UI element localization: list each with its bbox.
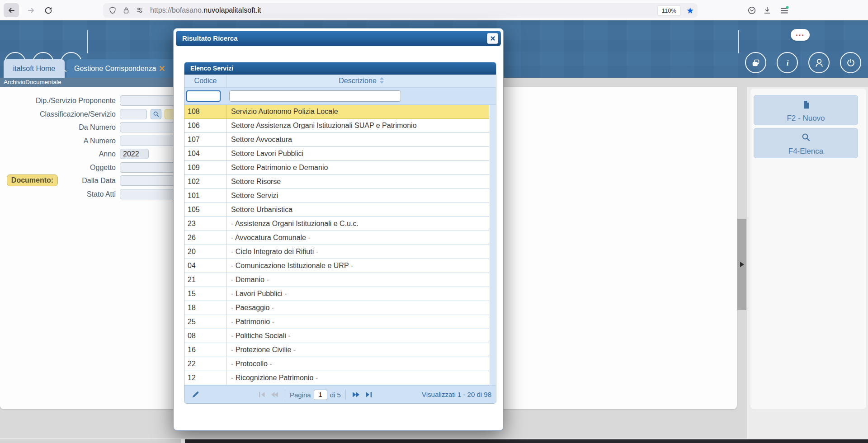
table-row[interactable]: 106 Settore Assistenza Organi Istituzion… <box>184 119 489 133</box>
browser-forward-button[interactable] <box>24 3 39 17</box>
classificazione-search-button[interactable] <box>151 109 161 119</box>
table-row[interactable]: 25 - Patrimonio - <box>184 315 489 329</box>
row-desc: Servizio Autonomo Polizia Locale <box>227 105 489 118</box>
table-row[interactable]: 22 - Protocollo - <box>184 357 489 371</box>
row-desc: Settore Servizi <box>227 189 489 203</box>
records-count-label: Visualizzati 1 - 20 di 98 <box>422 386 491 404</box>
column-header-descrizione[interactable]: Descrizione <box>227 75 496 87</box>
bookmark-star-icon[interactable]: ★ <box>686 6 694 15</box>
button-label: F2 - Nuovo <box>754 114 858 123</box>
row-desc: - Politiche Sociali - <box>227 329 489 343</box>
tab-gestione-corrispondenza[interactable]: Gestione Corrispondenza <box>66 59 179 78</box>
row-code: 101 <box>184 189 227 203</box>
tab-italsoft-home[interactable]: italsoft Home <box>4 59 65 78</box>
table-row[interactable]: 104 Settore Lavori Pubblici <box>184 147 489 161</box>
classificazione-input[interactable] <box>120 109 147 119</box>
browser-toolbar: https://bofasano.nuvolapalitalsoft.it 11… <box>0 0 868 20</box>
table-row[interactable]: 109 Settore Patrimonio e Demanio <box>184 161 489 175</box>
table-row[interactable]: 12 - Ricognizione Patrimonio - <box>184 371 489 385</box>
table-row[interactable]: 15 - Lavori Pubblici - <box>184 287 489 301</box>
table-row[interactable]: 101 Settore Servizi <box>184 189 489 203</box>
table-row[interactable]: 107 Settore Avvocatura <box>184 133 489 147</box>
table-row[interactable]: 105 Settore Urbanistica <box>184 203 489 217</box>
application-window: https://bofasano.nuvolapalitalsoft.it 11… <box>0 0 868 443</box>
info-button[interactable]: i <box>777 52 798 73</box>
prev-page-button[interactable] <box>270 391 278 398</box>
tab-label: Gestione Corrispondenza <box>74 65 156 73</box>
row-code: 16 <box>184 343 227 357</box>
table-row[interactable]: 21 - Demanio - <box>184 273 489 287</box>
filter-codice-input[interactable] <box>186 90 221 102</box>
row-code: 104 <box>184 147 227 160</box>
table-row[interactable]: 26 - Avvocatura Comunale - <box>184 231 489 245</box>
next-page-button[interactable] <box>352 391 360 398</box>
table-row[interactable]: 108 Servizio Autonomo Polizia Locale <box>184 105 489 119</box>
row-code: 105 <box>184 203 227 217</box>
row-desc: - Protocollo - <box>227 357 489 371</box>
table-filter-row <box>184 88 496 105</box>
dialog-titlebar[interactable]: Risultato Ricerca <box>176 31 501 46</box>
lock-icon[interactable] <box>122 6 130 14</box>
close-icon <box>490 35 496 42</box>
browser-back-button[interactable] <box>4 3 19 17</box>
pager-divider <box>285 390 285 400</box>
dialog-close-button[interactable] <box>487 33 498 44</box>
menu-icon <box>779 5 789 15</box>
browser-reload-button[interactable] <box>41 3 56 17</box>
classificazione-label: Classificazione/Servizio <box>0 109 116 120</box>
table-rows: 108 Servizio Autonomo Polizia Locale 106… <box>184 105 496 385</box>
url-domain: nuvolapalitalsoft.it <box>203 6 261 14</box>
header-divider-right <box>738 30 739 53</box>
elenco-servizi-table: Elenco Servizi Codice Descrizione 108 Se… <box>184 62 496 404</box>
tab-close-icon[interactable] <box>159 66 165 71</box>
table-column-headers: Codice Descrizione <box>184 75 496 88</box>
row-desc: - Lavori Pubblici - <box>227 287 489 301</box>
last-page-button[interactable] <box>364 391 372 398</box>
info-icon: i <box>783 58 793 68</box>
row-desc: Settore Urbanistica <box>227 203 489 217</box>
back-icon <box>6 5 16 15</box>
page-number-input[interactable] <box>314 390 327 400</box>
shield-icon[interactable] <box>108 6 117 14</box>
windows-cascade-button[interactable] <box>745 52 766 73</box>
button-label: F4-Elenca <box>754 147 858 156</box>
panel-collapse-handle[interactable] <box>737 219 746 310</box>
table-row[interactable]: 23 - Assistenza Organi Istituzionali e C… <box>184 217 489 231</box>
row-desc: - Comunicazione Istituzionale e URP - <box>227 259 489 273</box>
url-text[interactable]: https://bofasano.nuvolapalitalsoft.it <box>150 6 261 14</box>
table-panel-title: Elenco Servizi <box>184 62 496 75</box>
row-desc: - Paesaggio - <box>227 301 489 315</box>
row-desc: Settore Avvocatura <box>227 133 489 146</box>
permissions-icon[interactable] <box>136 6 144 14</box>
f4-elenca-button[interactable]: F4-Elenca <box>754 128 858 158</box>
filter-descrizione-input[interactable] <box>229 90 401 102</box>
f2-nuovo-button[interactable]: F2 - Nuovo <box>754 95 858 125</box>
row-code: 20 <box>184 245 227 259</box>
user-account-button[interactable] <box>808 52 830 73</box>
notification-badge[interactable]: ... <box>791 29 810 41</box>
row-code: 106 <box>184 119 227 132</box>
table-row[interactable]: 18 - Paesaggio - <box>184 301 489 315</box>
table-row[interactable]: 102 Settore Risorse <box>184 175 489 189</box>
table-scrollbar-gutter[interactable] <box>490 105 496 385</box>
column-header-codice[interactable]: Codice <box>184 75 227 87</box>
pocket-button[interactable] <box>744 3 760 17</box>
pagina-label: Pagina <box>290 391 311 399</box>
address-bar[interactable]: https://bofasano.nuvolapalitalsoft.it 11… <box>103 3 698 18</box>
row-desc: Settore Risorse <box>227 175 489 189</box>
downloads-button[interactable] <box>760 3 775 17</box>
table-row[interactable]: 08 - Politiche Sociali - <box>184 329 489 343</box>
oggetto-label: Oggetto <box>0 162 116 173</box>
row-desc: - Assistenza Organi Istituzionali e C.u.… <box>227 217 489 231</box>
table-row[interactable]: 04 - Comunicazione Istituzionale e URP - <box>184 259 489 273</box>
first-page-button[interactable] <box>259 391 267 398</box>
app-menu-button[interactable] <box>777 3 792 17</box>
zoom-level-badge[interactable]: 110% <box>657 5 681 16</box>
row-code: 107 <box>184 133 227 146</box>
anno-input[interactable] <box>120 149 149 159</box>
row-code: 108 <box>184 105 227 118</box>
logout-button[interactable] <box>840 52 861 73</box>
table-row[interactable]: 20 - Ciclo Integrato dei Rifiuti - <box>184 245 489 259</box>
table-row[interactable]: 16 - Protezione Civilie - <box>184 343 489 357</box>
pencil-icon[interactable] <box>191 390 200 399</box>
